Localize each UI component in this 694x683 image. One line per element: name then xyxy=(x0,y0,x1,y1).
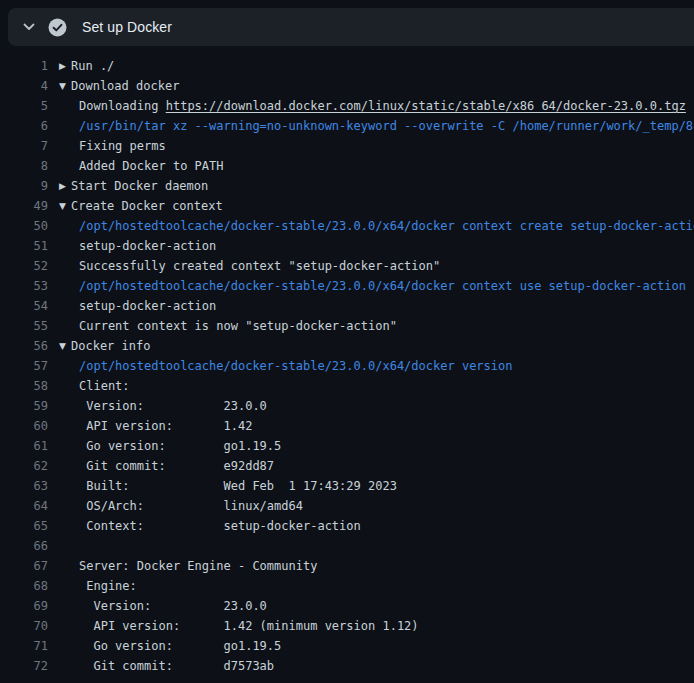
log-line: 50/opt/hostedtoolcache/docker-stable/23.… xyxy=(0,216,694,236)
log-text xyxy=(48,536,694,556)
line-number[interactable]: 63 xyxy=(0,476,48,496)
line-number[interactable]: 9 xyxy=(0,176,48,196)
line-number[interactable]: 57 xyxy=(0,356,48,376)
line-number[interactable]: 66 xyxy=(0,536,48,556)
group-expanded-icon[interactable]: ▼ xyxy=(59,196,71,216)
log-text: Version: 23.0.0 xyxy=(48,596,694,616)
line-number[interactable]: 51 xyxy=(0,236,48,256)
check-circle-icon xyxy=(44,8,70,46)
log-line: 51setup-docker-action xyxy=(0,236,694,256)
line-number[interactable]: 50 xyxy=(0,216,48,236)
log-line: 54setup-docker-action xyxy=(0,296,694,316)
line-number[interactable]: 55 xyxy=(0,316,48,336)
line-number[interactable]: 8 xyxy=(0,156,48,176)
log-line: 68 Engine: xyxy=(0,576,694,596)
line-number[interactable]: 1 xyxy=(0,56,48,76)
line-number[interactable]: 61 xyxy=(0,436,48,456)
log-line: 71 Go version: go1.19.5 xyxy=(0,636,694,656)
log-line: 62 Git commit: e92dd87 xyxy=(0,456,694,476)
log-text: Downloading https://download.docker.com/… xyxy=(48,96,694,116)
log-line: 52Successfully created context "setup-do… xyxy=(0,256,694,276)
line-number[interactable]: 69 xyxy=(0,596,48,616)
log-text: /opt/hostedtoolcache/docker-stable/23.0.… xyxy=(48,356,694,376)
line-number[interactable]: 68 xyxy=(0,576,48,596)
log-text: Git commit: d7573ab xyxy=(48,656,694,676)
log-text: API version: 1.42 (minimum version 1.12) xyxy=(48,616,694,636)
group-title[interactable]: ▼Create Docker context xyxy=(48,196,694,216)
line-number[interactable]: 60 xyxy=(0,416,48,436)
log-line: 59 Version: 23.0.0 xyxy=(0,396,694,416)
group-title[interactable]: ▶Run ./ xyxy=(48,56,694,76)
log-group-line[interactable]: 9▶Start Docker daemon xyxy=(0,176,694,196)
line-number[interactable]: 62 xyxy=(0,456,48,476)
line-number[interactable]: 70 xyxy=(0,616,48,636)
log-group-line[interactable]: 4▼Download docker xyxy=(0,76,694,96)
group-title[interactable]: ▼Docker info xyxy=(48,336,694,356)
log-line: 61 Go version: go1.19.5 xyxy=(0,436,694,456)
group-collapsed-icon[interactable]: ▶ xyxy=(59,56,71,76)
log-text: Context: setup-docker-action xyxy=(48,516,694,536)
log-line: 72 Git commit: d7573ab xyxy=(0,656,694,676)
log-text: Successfully created context "setup-dock… xyxy=(48,256,694,276)
log-line: 5Downloading https://download.docker.com… xyxy=(0,96,694,116)
log-line: 69 Version: 23.0.0 xyxy=(0,596,694,616)
line-number[interactable]: 49 xyxy=(0,196,48,216)
group-collapsed-icon[interactable]: ▶ xyxy=(59,176,71,196)
log-text: Version: 23.0.0 xyxy=(48,396,694,416)
line-number[interactable]: 64 xyxy=(0,496,48,516)
log-group-line[interactable]: 1▶Run ./ xyxy=(0,56,694,76)
log-text: Fixing perms xyxy=(48,136,694,156)
line-number[interactable]: 58 xyxy=(0,376,48,396)
log-viewer: 1▶Run ./4▼Download docker5Downloading ht… xyxy=(0,46,694,676)
line-number[interactable]: 65 xyxy=(0,516,48,536)
step-header[interactable]: Set up Docker xyxy=(8,8,694,46)
log-line: 63 Built: Wed Feb 1 17:43:29 2023 xyxy=(0,476,694,496)
log-text: API version: 1.42 xyxy=(48,416,694,436)
step-title: Set up Docker xyxy=(82,19,172,35)
log-text: setup-docker-action xyxy=(48,236,694,256)
log-text: /usr/bin/tar xz --warning=no-unknown-key… xyxy=(48,116,694,136)
line-number[interactable]: 7 xyxy=(0,136,48,156)
line-number[interactable]: 6 xyxy=(0,116,48,136)
log-line: 70 API version: 1.42 (minimum version 1.… xyxy=(0,616,694,636)
log-line: 53/opt/hostedtoolcache/docker-stable/23.… xyxy=(0,276,694,296)
log-group-line[interactable]: 56▼Docker info xyxy=(0,336,694,356)
log-text: Client: xyxy=(48,376,694,396)
chevron-down-icon[interactable] xyxy=(14,8,44,46)
log-text: Built: Wed Feb 1 17:43:29 2023 xyxy=(48,476,694,496)
line-number[interactable]: 52 xyxy=(0,256,48,276)
line-number[interactable]: 72 xyxy=(0,656,48,676)
group-title[interactable]: ▼Download docker xyxy=(48,76,694,96)
line-number[interactable]: 56 xyxy=(0,336,48,356)
log-line: 58Client: xyxy=(0,376,694,396)
log-line: 67Server: Docker Engine - Community xyxy=(0,556,694,576)
log-text: /opt/hostedtoolcache/docker-stable/23.0.… xyxy=(48,276,694,296)
line-number[interactable]: 59 xyxy=(0,396,48,416)
group-expanded-icon[interactable]: ▼ xyxy=(59,336,71,356)
log-text: Added Docker to PATH xyxy=(48,156,694,176)
log-line: 7Fixing perms xyxy=(0,136,694,156)
log-group-line[interactable]: 49▼Create Docker context xyxy=(0,196,694,216)
line-number[interactable]: 53 xyxy=(0,276,48,296)
line-number[interactable]: 5 xyxy=(0,96,48,116)
log-line: 6/usr/bin/tar xz --warning=no-unknown-ke… xyxy=(0,116,694,136)
line-number[interactable]: 71 xyxy=(0,636,48,656)
log-line: 60 API version: 1.42 xyxy=(0,416,694,436)
log-line: 8Added Docker to PATH xyxy=(0,156,694,176)
log-link[interactable]: https://download.docker.com/linux/static… xyxy=(166,99,686,113)
group-title[interactable]: ▶Start Docker daemon xyxy=(48,176,694,196)
log-text: Engine: xyxy=(48,576,694,596)
log-line: 65 Context: setup-docker-action xyxy=(0,516,694,536)
line-number[interactable]: 54 xyxy=(0,296,48,316)
log-line: 57/opt/hostedtoolcache/docker-stable/23.… xyxy=(0,356,694,376)
log-line: 55Current context is now "setup-docker-a… xyxy=(0,316,694,336)
log-text: Server: Docker Engine - Community xyxy=(48,556,694,576)
log-text: Go version: go1.19.5 xyxy=(48,436,694,456)
group-expanded-icon[interactable]: ▼ xyxy=(59,76,71,96)
log-text: Git commit: e92dd87 xyxy=(48,456,694,476)
log-text: setup-docker-action xyxy=(48,296,694,316)
line-number[interactable]: 67 xyxy=(0,556,48,576)
line-number[interactable]: 4 xyxy=(0,76,48,96)
log-text: Go version: go1.19.5 xyxy=(48,636,694,656)
log-text: Current context is now "setup-docker-act… xyxy=(48,316,694,336)
